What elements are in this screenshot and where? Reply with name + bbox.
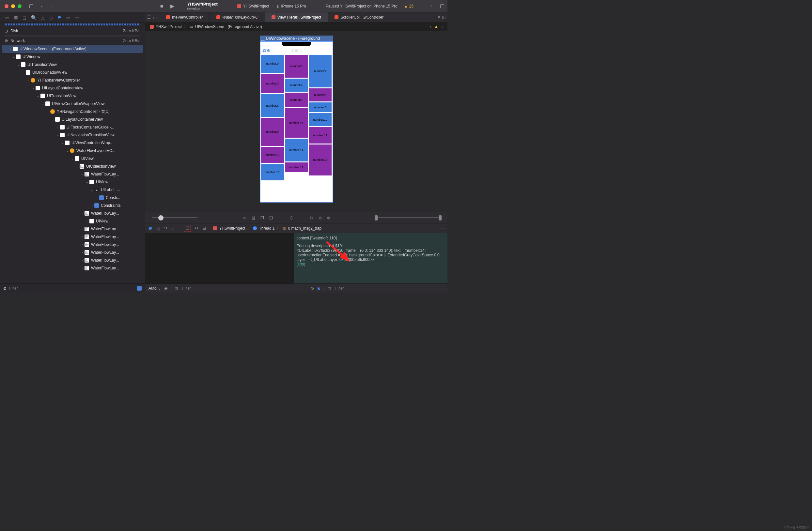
add-button[interactable]: ＋ <box>427 2 436 11</box>
disclosure-icon[interactable]: › <box>80 259 85 262</box>
warning-icon[interactable]: ▲ <box>434 24 438 29</box>
tree-row[interactable]: ⌄YHNavigationController - 首页 <box>0 108 145 116</box>
stepper-icon[interactable]: ⊞ <box>317 286 320 291</box>
tree-row[interactable]: ⌄WaterFlowLay... <box>0 170 145 178</box>
issues-nav-icon[interactable]: △ <box>41 15 45 20</box>
zoom-actual-icon[interactable]: ⊜ <box>319 216 322 220</box>
tree-row[interactable]: ⌄LUILabel -... <box>0 186 145 194</box>
console-output[interactable]: context ["waterId": 110] Printing descri… <box>294 233 448 283</box>
run-destination[interactable]: YHSwiftProject 〉 ▯ iPhone 15 Pro <box>234 3 309 9</box>
jump-bar[interactable]: YHSwiftProject 〉 ▭ UIWindowScene - (Fore… <box>145 22 447 31</box>
tabs-list-icon[interactable]: ☰ <box>147 15 151 19</box>
disclosure-icon[interactable]: ⌄ <box>21 71 26 74</box>
variables-filter[interactable] <box>182 286 291 291</box>
editor-tab[interactable]: meViewController <box>160 12 209 22</box>
step-over-icon[interactable]: ↷ <box>164 226 168 231</box>
disclosure-icon[interactable]: ⌄ <box>75 165 79 168</box>
tree-row[interactable]: ›WaterFlowLay... <box>0 264 145 272</box>
tree-row[interactable]: ⌄UILayoutContainerView <box>0 84 145 92</box>
continue-icon[interactable]: ▷| <box>156 226 160 231</box>
test-nav-icon[interactable]: ◇ <box>49 15 53 20</box>
maximize-window[interactable] <box>18 4 21 8</box>
disclosure-icon[interactable]: › <box>95 196 99 199</box>
trash-icon[interactable]: 🗑 <box>175 286 179 291</box>
step-into-icon[interactable]: ↓ <box>172 226 174 231</box>
layers2-icon[interactable]: ❏ <box>269 216 273 220</box>
step-out-icon[interactable]: ↑ <box>178 226 180 231</box>
stop-button[interactable]: ■ <box>157 2 166 11</box>
disclosure-icon[interactable]: ⌄ <box>36 94 41 98</box>
editor-tab[interactable]: ScrollerColl...wController <box>328 12 390 22</box>
bookmark-nav-icon[interactable]: ◻ <box>23 15 26 20</box>
debug-nav-icon[interactable]: ⚑ <box>57 15 62 20</box>
view-hierarchy-tree[interactable]: ⌄UIWindowScene - (Foreground Active)⌄UIW… <box>0 45 145 283</box>
scope-selector[interactable]: Auto ⌄ <box>148 286 161 291</box>
tree-row[interactable]: ⌄UIDropShadowView <box>0 69 145 76</box>
debug-breadcrumb[interactable]: YHSwiftProject〉 Thread 1〉 ▥ 0 mach_msg2_… <box>213 225 321 231</box>
tree-row[interactable]: ›WaterFlowLay... <box>0 225 145 233</box>
disclosure-icon[interactable]: ⌄ <box>60 141 65 145</box>
tree-row[interactable]: ⌄UIWindow <box>0 53 145 61</box>
filter-input[interactable] <box>9 286 134 291</box>
zoom-in-icon[interactable]: ⊕ <box>327 216 330 220</box>
disclosure-icon[interactable]: ⌄ <box>56 133 60 137</box>
tab-back-icon[interactable]: ‹ <box>153 15 154 20</box>
environment-icon[interactable]: ⊞ <box>202 226 206 231</box>
trash-icon[interactable]: 🗑 <box>328 286 332 291</box>
disclosure-icon[interactable]: ⌄ <box>50 118 55 121</box>
tree-row[interactable]: ⌄UITransitionView <box>0 61 145 69</box>
disclosure-icon[interactable]: ⌄ <box>90 188 94 191</box>
disclosure-icon[interactable]: ⌄ <box>11 55 16 58</box>
project-nav-icon[interactable]: ▭ <box>5 15 10 20</box>
library-icon[interactable] <box>438 2 447 11</box>
sidebar-toggle-icon[interactable] <box>27 2 36 11</box>
disclosure-icon[interactable]: › <box>80 251 85 254</box>
network-metric[interactable]: ⊕Network Zero KB/s <box>0 36 145 45</box>
disclosure-icon[interactable]: ⌄ <box>85 180 89 183</box>
tree-row[interactable]: ⌄UILayoutContainerView <box>0 116 145 123</box>
nav-fwd-icon[interactable]: › <box>48 2 57 11</box>
filter-toggle[interactable] <box>137 286 142 291</box>
show-constraints-icon[interactable]: ▥ <box>252 216 255 220</box>
tree-row[interactable]: ›Constraints <box>0 202 145 209</box>
tree-row[interactable]: ›UIFocusContainerGuide -... <box>0 123 145 131</box>
editor-options-icon[interactable]: ≡ <box>438 15 440 19</box>
run-button[interactable]: ▶ <box>168 2 177 11</box>
tree-row[interactable]: ›WaterFlowLay... <box>0 233 145 241</box>
tree-row[interactable]: ⌄UICollectionView <box>0 162 145 170</box>
explosion-slider[interactable] <box>152 217 198 218</box>
nav-back-icon[interactable]: ‹ <box>37 2 46 11</box>
disclosure-icon[interactable]: ⌄ <box>65 149 70 152</box>
tree-row[interactable]: ›UIView <box>0 217 145 225</box>
orient-icon[interactable]: ⬡ <box>290 216 293 220</box>
disclosure-icon[interactable]: › <box>90 204 94 207</box>
disk-metric[interactable]: ⊟Disk Zero KB/s <box>0 27 145 35</box>
disclosure-icon[interactable]: › <box>80 266 85 270</box>
debug-memory-icon[interactable]: ✂ <box>195 226 199 231</box>
report-nav-icon[interactable]: ☰ <box>75 15 79 20</box>
toggle-console-icon[interactable]: ▭ <box>440 226 444 231</box>
tree-row[interactable]: ›WaterFlowLay... <box>0 256 145 264</box>
issues-badge[interactable]: ▲ 25 <box>401 4 417 9</box>
editor-tab[interactable]: View Hierar...SwiftProject <box>265 12 328 22</box>
editor-tab[interactable]: WaterFlowLayoutVC <box>210 12 265 22</box>
breakpoints-toggle[interactable]: ⬣ <box>148 226 152 231</box>
zoom-out-icon[interactable]: ⊖ <box>310 216 313 220</box>
tree-row[interactable]: ⌄UIViewControllerWrap... <box>0 139 145 147</box>
editor-split-icon[interactable]: ◫ <box>442 15 446 19</box>
disclosure-icon[interactable]: ⌄ <box>41 102 45 105</box>
tree-row[interactable]: ⌄UIWindowScene - (Foreground Active) <box>2 45 143 53</box>
tree-row[interactable]: ⌄WaterFlowLay... <box>0 209 145 217</box>
tree-row[interactable]: ›WaterFlowLay... <box>0 249 145 256</box>
source-control-nav-icon[interactable]: ⊠ <box>14 15 18 20</box>
minimize-window[interactable] <box>11 4 15 8</box>
tab-fwd-icon[interactable]: › <box>156 15 158 20</box>
disclosure-icon[interactable]: ⌄ <box>46 110 50 113</box>
view-debugger-canvas[interactable]: ▭UIWindowScene - (Foreground Active) ‹首页… <box>145 31 447 212</box>
disclosure-icon[interactable]: ⌄ <box>26 78 31 82</box>
disclosure-icon[interactable]: ⌄ <box>80 173 85 176</box>
metrics-icon[interactable]: ⊜ <box>311 286 314 291</box>
tree-row[interactable]: ⌄UIView <box>0 178 145 186</box>
tree-row[interactable]: ⌄UITransitionView <box>0 92 145 100</box>
close-window[interactable] <box>4 4 9 8</box>
